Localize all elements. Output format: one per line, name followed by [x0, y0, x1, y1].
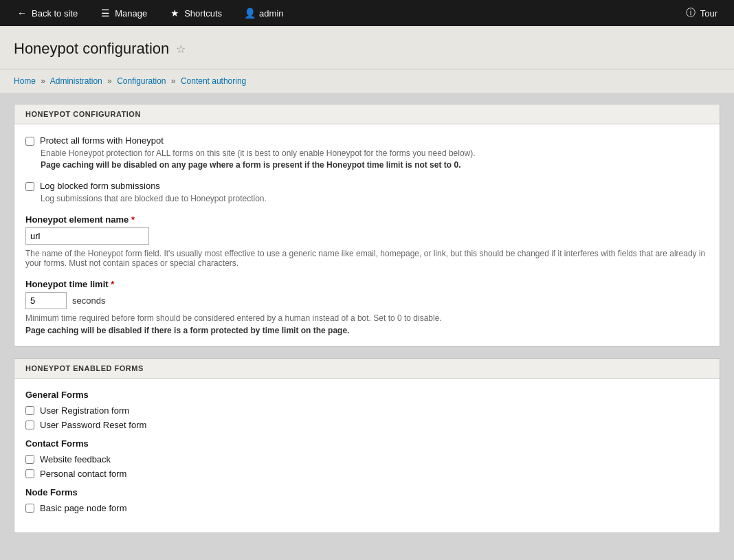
back-arrow-icon: ←	[16, 8, 27, 19]
basic-page-label[interactable]: Basic page node form	[40, 503, 126, 513]
user-registration-item: User Registration form	[25, 405, 709, 416]
website-feedback-item: Website feedback	[25, 454, 709, 464]
log-blocked-checkbox[interactable]	[25, 182, 34, 191]
personal-contact-checkbox[interactable]	[25, 469, 34, 478]
log-blocked-item: Log blocked form submissions Log submiss…	[25, 181, 709, 203]
breadcrumb-sep-1: »	[41, 76, 45, 86]
element-name-input[interactable]: url	[25, 227, 149, 245]
basic-page-item: Basic page node form	[25, 503, 709, 513]
honeypot-forms-header: HONEYPOT ENABLED FORMS	[14, 359, 720, 379]
breadcrumb-sep-3: »	[171, 76, 176, 86]
node-forms-group: Node Forms Basic page node form	[25, 487, 709, 513]
time-limit-desc2: Page caching will be disabled if there i…	[25, 326, 709, 335]
website-feedback-label[interactable]: Website feedback	[40, 454, 111, 464]
manage-link[interactable]: ☰ Manage	[89, 0, 158, 26]
time-limit-required: *	[111, 279, 114, 289]
element-name-label: Honeypot element name *	[25, 214, 709, 225]
breadcrumb-administration[interactable]: Administration	[50, 76, 102, 86]
log-blocked-label[interactable]: Log blocked form submissions	[40, 181, 160, 191]
node-forms-title: Node Forms	[25, 487, 709, 497]
page-header: Honeypot configuration ☆	[0, 26, 734, 69]
user-icon: 👤	[244, 8, 255, 19]
time-limit-item: Honeypot time limit * 5 seconds Minimum …	[25, 279, 709, 335]
protect-all-desc1: Enable Honeypot protection for ALL forms…	[41, 148, 709, 158]
user-registration-checkbox[interactable]	[25, 406, 34, 415]
manage-label: Manage	[115, 8, 147, 19]
basic-page-checkbox[interactable]	[25, 504, 34, 513]
breadcrumb-content-authoring[interactable]: Content authoring	[181, 76, 246, 86]
star-nav-icon: ★	[169, 8, 180, 19]
help-icon: ⓘ	[685, 8, 696, 19]
log-blocked-desc: Log submissions that are blocked due to …	[41, 194, 709, 203]
tour-label: Tour	[700, 8, 718, 19]
website-feedback-checkbox[interactable]	[25, 455, 34, 464]
admin-link[interactable]: 👤 admin	[233, 0, 294, 26]
breadcrumb-configuration[interactable]: Configuration	[117, 76, 166, 86]
time-limit-field: 5 seconds	[25, 292, 709, 309]
back-to-site-link[interactable]: ← Back to site	[5, 0, 89, 26]
honeypot-config-section: HONEYPOT CONFIGURATION Protect all forms…	[14, 104, 720, 347]
main-content: HONEYPOT CONFIGURATION Protect all forms…	[0, 93, 734, 555]
seconds-label: seconds	[72, 295, 105, 306]
shortcuts-link[interactable]: ★ Shortcuts	[158, 0, 233, 26]
honeypot-forms-section: HONEYPOT ENABLED FORMS General Forms Use…	[14, 358, 720, 533]
personal-contact-label[interactable]: Personal contact form	[40, 469, 126, 479]
time-limit-label: Honeypot time limit *	[25, 279, 709, 289]
general-forms-title: General Forms	[25, 390, 709, 400]
user-password-item: User Password Reset form	[25, 420, 709, 430]
breadcrumb: Home » Administration » Configuration » …	[0, 69, 734, 93]
contact-forms-title: Contact Forms	[25, 438, 709, 449]
time-limit-input[interactable]: 5	[25, 292, 67, 309]
back-to-site-label: Back to site	[32, 8, 78, 19]
honeypot-config-header: HONEYPOT CONFIGURATION	[14, 104, 720, 124]
tour-link[interactable]: ⓘ Tour	[674, 0, 729, 26]
honeypot-config-body: Protect all forms with Honeypot Enable H…	[14, 124, 720, 346]
user-password-label[interactable]: User Password Reset form	[40, 420, 146, 430]
protect-all-checkbox[interactable]	[25, 137, 34, 146]
protect-all-item: Protect all forms with Honeypot Enable H…	[25, 135, 709, 170]
shortcuts-label: Shortcuts	[184, 8, 222, 19]
user-password-checkbox[interactable]	[25, 421, 34, 429]
element-name-item: Honeypot element name * url The name of …	[25, 214, 709, 268]
element-name-desc: The name of the Honeypot form field. It'…	[25, 249, 709, 268]
personal-contact-item: Personal contact form	[25, 469, 709, 479]
protect-all-desc2: Page caching will be disabled on any pag…	[41, 160, 709, 170]
bookmark-icon[interactable]: ☆	[176, 43, 186, 56]
admin-label: admin	[259, 8, 283, 19]
contact-forms-group: Contact Forms Website feedback Personal …	[25, 438, 709, 479]
time-limit-desc1: Minimum time required before form should…	[25, 313, 709, 323]
honeypot-forms-body: General Forms User Registration form Use…	[14, 379, 720, 533]
breadcrumb-home[interactable]: Home	[14, 76, 36, 86]
element-name-required: *	[131, 214, 135, 225]
page-title: Honeypot configuration ☆	[14, 40, 720, 58]
breadcrumb-sep-2: »	[107, 76, 112, 86]
protect-all-label[interactable]: Protect all forms with Honeypot	[40, 135, 164, 146]
manage-icon: ☰	[100, 8, 111, 19]
topbar: ← Back to site ☰ Manage ★ Shortcuts 👤 ad…	[0, 0, 734, 26]
general-forms-group: General Forms User Registration form Use…	[25, 390, 709, 430]
user-registration-label[interactable]: User Registration form	[40, 405, 129, 416]
